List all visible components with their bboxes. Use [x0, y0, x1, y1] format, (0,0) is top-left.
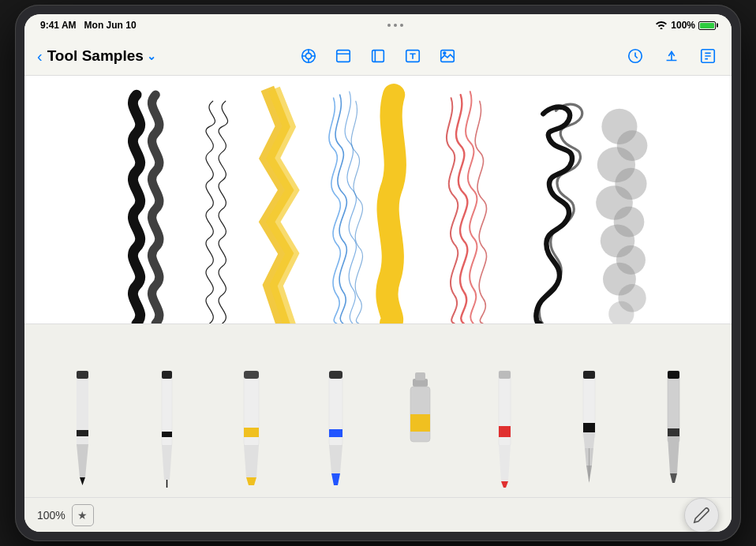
tool-paint[interactable]	[399, 363, 442, 489]
battery-fill	[700, 23, 714, 28]
svg-rect-39	[162, 432, 172, 437]
share-icon[interactable]	[661, 45, 683, 67]
favorite-icon: ★	[77, 509, 88, 522]
svg-point-14	[443, 51, 446, 54]
browser-icon[interactable]	[332, 45, 354, 67]
stroke-fineliner	[206, 101, 228, 323]
svg-rect-63	[583, 423, 595, 432]
time-display: 9:41 AM	[40, 20, 77, 31]
status-bar-right: 100%	[655, 20, 716, 31]
toolbar-right	[624, 45, 719, 67]
svg-marker-60	[501, 481, 508, 488]
toolbar-center	[298, 45, 458, 67]
svg-marker-72	[670, 473, 677, 483]
svg-rect-6	[337, 50, 350, 62]
favorite-button[interactable]: ★	[72, 504, 94, 526]
svg-rect-70	[668, 428, 679, 436]
svg-marker-36	[80, 477, 85, 485]
pen-tool-icon[interactable]	[298, 45, 320, 67]
status-bar-left: 9:41 AM Mon Jun 10	[40, 20, 137, 31]
svg-marker-50	[329, 445, 342, 473]
dot2	[394, 24, 397, 27]
svg-rect-58	[499, 426, 511, 437]
toolbar: ‹ Tool Samples ⌄	[24, 36, 732, 76]
svg-rect-57	[499, 371, 511, 379]
date-display: Mon Jun 10	[84, 20, 137, 31]
image-icon[interactable]	[436, 45, 458, 67]
title-dropdown-icon[interactable]: ⌄	[147, 50, 156, 62]
back-chevron-icon: ‹	[37, 48, 43, 64]
svg-rect-33	[77, 371, 88, 379]
tool-calligraphy[interactable]	[567, 363, 611, 489]
svg-rect-43	[244, 371, 259, 379]
zoom-level: 100%	[37, 509, 65, 522]
zoom-indicator: 100% ★	[37, 504, 94, 526]
title-area: Tool Samples ⌄	[47, 47, 156, 65]
svg-rect-8	[372, 50, 384, 62]
back-button[interactable]: ‹	[37, 48, 43, 64]
tool-airbrush[interactable]	[652, 363, 695, 489]
svg-marker-46	[246, 477, 256, 485]
stroke-marker-yellow	[267, 95, 292, 323]
stroke-airbrush-gray	[596, 109, 647, 323]
svg-rect-48	[329, 371, 342, 379]
svg-marker-59	[499, 445, 511, 481]
stroke-paint-yellow	[387, 95, 395, 323]
canvas-area[interactable]	[24, 76, 732, 323]
brush-strokes-svg	[24, 76, 732, 323]
bottom-bar: 100% ★	[24, 497, 732, 532]
battery-icon	[698, 21, 716, 30]
battery-percent: 100%	[671, 20, 695, 31]
tool-fineliner[interactable]	[145, 363, 189, 489]
svg-marker-40	[162, 445, 172, 480]
svg-rect-34	[77, 430, 88, 436]
tool-panel	[24, 323, 732, 497]
svg-point-1	[305, 53, 311, 58]
pencil-fab-button[interactable]	[684, 498, 719, 533]
dot3	[400, 24, 403, 27]
tool-marker[interactable]	[230, 363, 273, 489]
svg-rect-49	[329, 429, 342, 437]
status-bar-center	[387, 24, 403, 27]
pencil-fab-icon	[693, 507, 710, 524]
ipad-frame: 9:41 AM Mon Jun 10 100%	[15, 5, 741, 541]
wifi-icon	[655, 20, 668, 31]
tool-brush-pen[interactable]	[314, 363, 357, 489]
tool-pen[interactable]	[61, 363, 104, 489]
svg-rect-54	[410, 414, 430, 432]
dot1	[387, 24, 391, 27]
tool-crayon[interactable]	[483, 363, 526, 489]
stroke-pencil-blue	[329, 92, 363, 323]
svg-marker-71	[668, 436, 679, 473]
text-icon[interactable]	[402, 45, 424, 67]
svg-rect-69	[668, 371, 679, 379]
page-title: Tool Samples	[47, 47, 144, 65]
stroke-calligraphy-black	[536, 104, 582, 323]
edit-icon[interactable]	[697, 45, 719, 67]
svg-marker-64	[583, 432, 595, 448]
svg-marker-51	[331, 473, 340, 485]
layers-icon[interactable]	[367, 45, 389, 67]
stroke-crayon-red	[447, 92, 487, 323]
three-dots	[387, 24, 403, 27]
svg-rect-38	[162, 371, 172, 379]
history-icon[interactable]	[624, 45, 646, 67]
svg-rect-55	[415, 372, 425, 380]
svg-marker-35	[77, 444, 88, 477]
svg-rect-62	[583, 371, 595, 379]
status-bar: 9:41 AM Mon Jun 10 100%	[24, 14, 732, 36]
svg-rect-44	[244, 428, 259, 437]
ipad-screen: 9:41 AM Mon Jun 10 100%	[24, 14, 732, 532]
svg-marker-45	[244, 445, 259, 477]
stroke-pen-black	[133, 95, 159, 323]
tools-row	[24, 324, 732, 497]
